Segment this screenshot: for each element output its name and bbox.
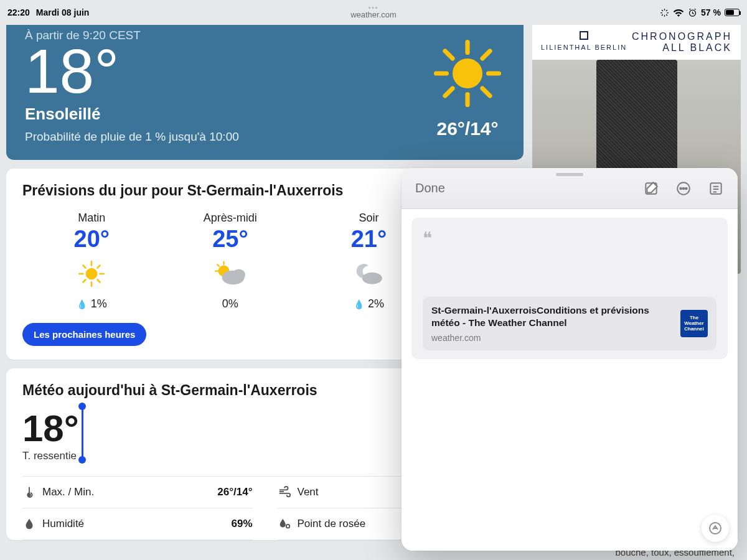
link-domain: weather.com xyxy=(431,333,673,343)
daypart-label: Matin xyxy=(22,212,161,225)
svg-line-7 xyxy=(482,88,490,96)
battery-percent: 57 % xyxy=(701,7,721,17)
link-preview-card[interactable]: St-Germain-l'AuxerroisConditions et prév… xyxy=(423,297,716,350)
svg-point-24 xyxy=(232,269,245,281)
daypart-label: Après-midi xyxy=(161,212,300,225)
ad-brand: LILIENTHAL BERLIN xyxy=(541,31,627,54)
feels-like-temp: 18° xyxy=(22,410,79,447)
svg-line-8 xyxy=(482,51,490,58)
wind-icon xyxy=(278,485,291,499)
drop-icon xyxy=(22,517,36,531)
daypart-afternoon[interactable]: Après-midi 25° 0% xyxy=(161,212,300,310)
daypart-temp: 20° xyxy=(22,226,161,253)
quick-note-popup: Done ❝ St-Germain-l'AuxerroisConditions … xyxy=(402,168,738,551)
svg-line-9 xyxy=(445,88,453,96)
partly-cloudy-icon xyxy=(161,255,300,292)
markup-button[interactable] xyxy=(702,515,729,542)
raindrop-icon: 💧 xyxy=(354,299,364,309)
svg-point-26 xyxy=(28,494,31,497)
ad-line2: ALL BLACK xyxy=(632,42,732,54)
link-title: St-Germain-l'AuxerroisConditions et prév… xyxy=(431,304,673,329)
svg-line-6 xyxy=(445,51,453,58)
dewpoint-icon xyxy=(278,517,291,531)
status-date: Mardi 08 juin xyxy=(36,7,90,17)
done-button[interactable]: Done xyxy=(415,181,445,195)
svg-point-31 xyxy=(683,187,685,189)
svg-line-15 xyxy=(83,265,86,268)
status-time: 22:20 xyxy=(7,7,30,17)
detail-humidity: Humidité 69% xyxy=(22,508,253,540)
svg-line-17 xyxy=(98,265,100,268)
current-conditions-card: À partir de 9:20 CEST 18° Ensoleillé Pro… xyxy=(6,25,524,160)
svg-point-30 xyxy=(680,187,682,189)
ad-line1: CHRONOGRAPH xyxy=(632,31,732,42)
daypart-temp: 25° xyxy=(161,226,300,253)
daypart-precip: 💧1% xyxy=(22,297,161,310)
detail-maxmin: Max. / Min. 26°/14° xyxy=(22,477,253,508)
current-condition: Ensoleillé xyxy=(25,105,239,124)
daypart-precip: 0% xyxy=(161,297,300,310)
alarm-icon xyxy=(688,8,697,17)
svg-line-22 xyxy=(217,264,219,266)
note-content[interactable]: ❝ St-Germain-l'AuxerroisConditions et pr… xyxy=(411,218,728,359)
precip-line: Probabilité de pluie de 1 % jusqu'à 10:0… xyxy=(25,130,239,144)
svg-point-1 xyxy=(453,58,482,88)
feels-like-label: T. ressentie xyxy=(22,450,79,462)
daypart-morning[interactable]: Matin 20° 💧1% xyxy=(22,212,161,310)
svg-point-10 xyxy=(86,268,98,280)
quote-icon: ❝ xyxy=(423,228,716,248)
battery-icon xyxy=(725,9,740,16)
wifi-icon xyxy=(673,8,684,17)
text-selection-handle[interactable] xyxy=(82,413,83,462)
svg-point-32 xyxy=(685,187,687,189)
status-site: weather.com xyxy=(350,10,397,19)
compose-icon[interactable] xyxy=(643,180,659,197)
sun-icon xyxy=(22,255,161,292)
next-hours-button[interactable]: Les prochaines heures xyxy=(22,323,146,346)
sun-icon xyxy=(430,36,505,111)
hilo-value: 26°/14° xyxy=(436,118,498,139)
more-icon[interactable] xyxy=(675,180,692,197)
current-temp: 18° xyxy=(25,40,239,102)
raindrop-icon: 💧 xyxy=(77,299,87,309)
loading-icon xyxy=(660,8,669,17)
notes-list-icon[interactable] xyxy=(708,180,724,197)
svg-point-25 xyxy=(362,273,382,284)
drag-grabber[interactable] xyxy=(556,173,583,176)
svg-point-27 xyxy=(286,525,289,528)
link-thumbnail: The Weather Channel xyxy=(680,310,708,337)
ipad-status-bar: 22:20 Mardi 08 juin ••• weather.com 57 % xyxy=(0,0,747,25)
svg-line-16 xyxy=(98,279,100,282)
thermometer-icon xyxy=(22,485,36,499)
svg-line-18 xyxy=(83,279,86,282)
